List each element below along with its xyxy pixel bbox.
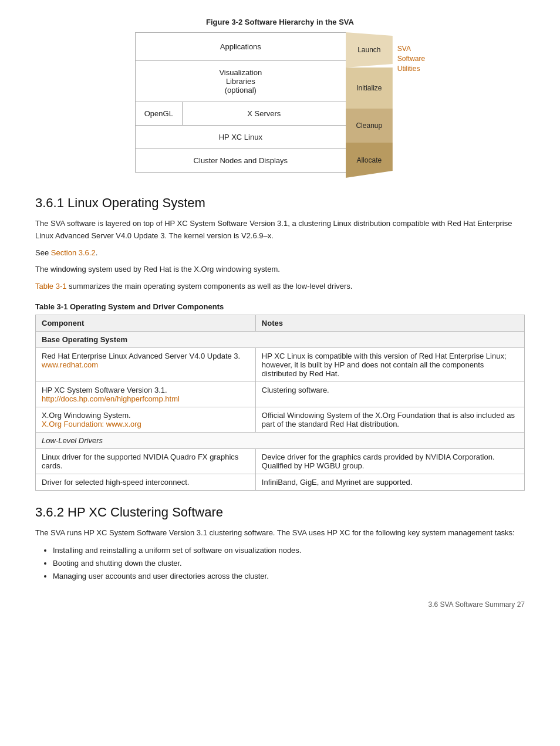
table-row: Linux driver for the supported NVIDIA Qu…	[36, 448, 525, 474]
section362-link[interactable]: Section 3.6.2	[51, 248, 96, 257]
para1: The SVA software is layered on top of HP…	[35, 218, 525, 242]
component-interconnect: Driver for selected high-speed interconn…	[36, 474, 256, 490]
diag-row-hpxc: HP XC Linux	[136, 126, 346, 149]
sva-label-col: SVA Software Utilities	[397, 32, 425, 73]
redhat-link[interactable]: www.redhat.com	[42, 360, 98, 369]
section-361-heading: 3.6.1 Linux Operating System	[35, 195, 525, 211]
base-os-label: Base Operating System	[36, 331, 525, 347]
component-redhat: Red Hat Enterprise Linux Advanced Server…	[36, 347, 256, 382]
section-362-body: The SVA runs HP XC System Software Versi…	[35, 527, 525, 583]
table-row: Red Hat Enterprise Linux Advanced Server…	[36, 347, 525, 382]
diag-viz-label: Visualization Libraries (optional)	[136, 61, 346, 102]
figure-container: Applications Visualization Libraries (op…	[35, 32, 525, 178]
table-section-base: Base Operating System	[36, 331, 525, 347]
bullet-item: Managing user accounts and user director…	[53, 570, 525, 583]
table31-link[interactable]: Table 3-1	[35, 282, 66, 291]
component-hpxc: HP XC System Software Version 3.1.http:/…	[36, 382, 256, 407]
para2: See Section 3.6.2.	[35, 247, 525, 259]
diag-opengl-cell: OpenGL	[136, 102, 183, 125]
component-nvidia: Linux driver for the supported NVIDIA Qu…	[36, 448, 256, 474]
notes-interconnect: InfiniBand, GigE, and Myrinet are suppor…	[255, 474, 524, 490]
notes-hpxc: Clustering software.	[255, 382, 524, 407]
table-row: HP XC System Software Version 3.1.http:/…	[36, 382, 525, 407]
trapezoid-col: Launch Initialize Cleanup Allocate	[346, 32, 393, 178]
para4-suffix: summarizes the main operating system com…	[66, 282, 352, 291]
notes-nvidia: Device driver for the graphics cards pro…	[255, 448, 524, 474]
table-row: X.Org Windowing System.X.Org Foundation:…	[36, 407, 525, 432]
section362-bullets: Installing and reinstalling a uniform se…	[35, 544, 525, 583]
diag-row-cluster: Cluster Nodes and Displays	[136, 149, 346, 172]
sva-label: SVA Software Utilities	[397, 44, 425, 73]
para2-prefix: See	[35, 248, 51, 257]
section-361-body: The SVA software is layered on top of HP…	[35, 218, 525, 293]
bullet-item: Installing and reinstalling a uniform se…	[53, 544, 525, 557]
col1-header: Component	[36, 315, 256, 331]
table31: Component Notes Base Operating System Re…	[35, 315, 525, 491]
trap-initialize: Initialize	[346, 67, 393, 109]
diagram-box: Applications Visualization Libraries (op…	[135, 32, 346, 173]
para4: Table 3-1 summarizes the main operating …	[35, 281, 525, 293]
section-362-heading: 3.6.2 HP XC Clustering Software	[35, 505, 525, 520]
diag-row-applications: Applications	[136, 33, 346, 61]
trap-launch: Launch	[346, 32, 393, 67]
diag-xservers-cell: X Servers	[183, 102, 346, 125]
xorg-link[interactable]: X.Org Foundation: www.x.org	[42, 420, 141, 428]
col2-header: Notes	[255, 315, 524, 331]
table31-title: Table 3-1 Operating System and Driver Co…	[35, 302, 525, 311]
table-row: Driver for selected high-speed interconn…	[36, 474, 525, 490]
para3: The windowing system used by Red Hat is …	[35, 264, 525, 276]
table-section-lowlevel: Low-Level Drivers	[36, 432, 525, 448]
trap-cleanup: Cleanup	[346, 109, 393, 143]
diag-row-opengl: OpenGL X Servers	[136, 102, 346, 126]
utilities-panel: Launch Initialize Cleanup Allocate SVA S…	[346, 32, 425, 178]
section362-para1: The SVA runs HP XC System Software Versi…	[35, 527, 525, 539]
notes-xorg: Official Windowing System of the X.Org F…	[255, 407, 524, 432]
diag-row-viz: Visualization Libraries (optional)	[136, 61, 346, 102]
trap-allocate: Allocate	[346, 143, 393, 178]
notes-redhat: HP XC Linux is compatible with this vers…	[255, 347, 524, 382]
bullet-item: Booting and shutting down the cluster.	[53, 557, 525, 570]
component-xorg: X.Org Windowing System.X.Org Foundation:…	[36, 407, 256, 432]
para2-suffix: .	[96, 248, 98, 257]
lowlevel-label: Low-Level Drivers	[36, 432, 525, 448]
figure-title: Figure 3-2 Software Hierarchy in the SVA	[35, 18, 525, 26]
hpxc-link[interactable]: http://docs.hp.com/en/highperfcomp.html	[42, 394, 180, 403]
page-footer: 3.6 SVA Software Summary 27	[35, 600, 525, 609]
